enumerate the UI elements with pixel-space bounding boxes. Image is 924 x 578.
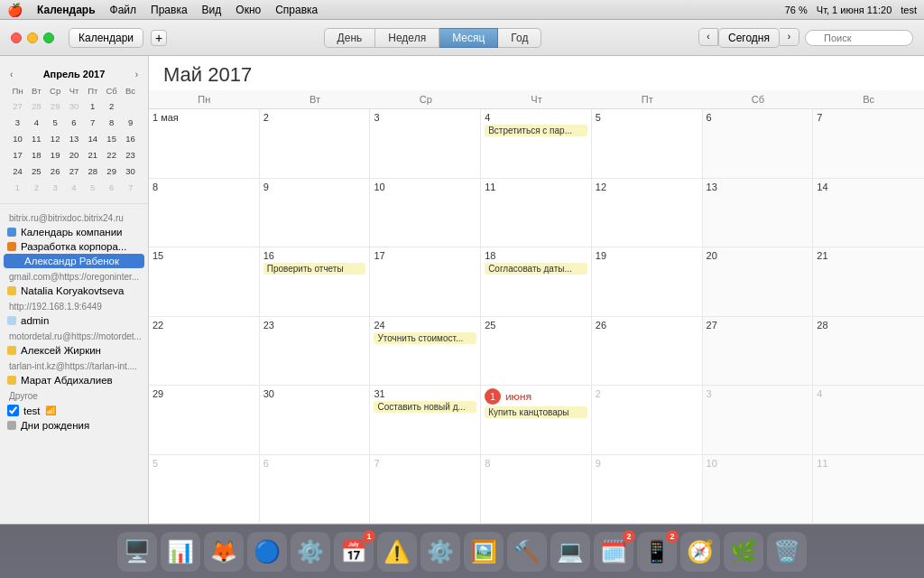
calendar-cell[interactable]: 23 <box>260 317 371 386</box>
calendar-cell[interactable]: 1 мая <box>149 109 260 178</box>
day-view-button[interactable]: День <box>324 28 376 48</box>
calendar-cell[interactable]: 9 <box>592 455 703 524</box>
sidebar-item[interactable]: Календарь компании <box>0 225 148 239</box>
month-view-button[interactable]: Месяц <box>439 28 498 48</box>
sidebar-item[interactable]: Natalia Koryakovtseva <box>0 284 148 298</box>
dock-console[interactable]: ⚠️ <box>377 532 417 572</box>
calendar-cell[interactable]: 5 <box>149 455 260 524</box>
calendar-cell[interactable]: 11 <box>481 179 592 247</box>
calendar-cell[interactable]: 16Проверить отчеты <box>260 247 371 316</box>
calendar-cell[interactable]: 4Встретиться с пар... <box>481 109 592 178</box>
calendar-event[interactable]: Уточнить стоимост... <box>374 332 476 344</box>
calendar-cell[interactable]: 29 <box>149 386 260 454</box>
week-view-button[interactable]: Неделя <box>375 28 439 48</box>
calendar-cell[interactable]: 31Составить новый д... <box>370 386 481 454</box>
calendar-cell[interactable]: 5 <box>592 109 703 178</box>
fullscreen-button[interactable] <box>43 33 54 43</box>
calendars-button[interactable]: Календари <box>69 28 143 48</box>
calendar-cell[interactable]: 22 <box>149 317 260 386</box>
mini-next-button[interactable]: › <box>133 70 141 79</box>
menu-file[interactable]: Файл <box>110 4 137 16</box>
calendar-event[interactable]: Согласовать даты... <box>485 263 587 275</box>
calendar-cell[interactable]: 13 <box>703 179 814 247</box>
dock-chrome[interactable]: 🔵 <box>247 532 287 572</box>
calendar-cell[interactable]: 7 <box>370 455 481 524</box>
sidebar-item[interactable]: Марат Абдихалиев <box>0 373 148 387</box>
dock-settings[interactable]: ⚙️ <box>291 532 330 572</box>
calendar-cell[interactable]: 7 <box>813 109 924 178</box>
dock-system-prefs[interactable]: ⚙️ <box>420 532 460 572</box>
dock-xcode[interactable]: 🔨 <box>507 532 547 572</box>
menu-window[interactable]: Окно <box>236 4 261 16</box>
dock-finder[interactable]: 🖥️ <box>117 532 157 572</box>
minimize-button[interactable] <box>27 33 38 43</box>
calendar-cell[interactable]: 3 <box>703 386 814 454</box>
calendar-cell[interactable]: 27 <box>703 317 814 386</box>
sidebar-item[interactable]: Разработка корпора... <box>0 239 148 254</box>
dock-calendar[interactable]: 📅1 <box>334 532 374 572</box>
calendar-cell[interactable]: 26 <box>592 317 703 386</box>
dock-firefox[interactable]: 🦊 <box>204 532 244 572</box>
day-number: 7 <box>817 112 920 123</box>
next-month-button[interactable]: › <box>780 28 799 46</box>
calendar-cell[interactable]: 2 <box>260 109 371 178</box>
calendar-cell[interactable]: 9 <box>260 179 371 247</box>
calendar-cell[interactable]: 1ИЮНЯКупить канцтовары <box>481 386 592 454</box>
today-button[interactable]: Сегодня <box>718 28 780 48</box>
calendar-event[interactable]: Купить канцтовары <box>485 406 587 418</box>
calendar-cell[interactable]: 30 <box>260 386 371 454</box>
calendar-event[interactable]: Составить новый д... <box>374 401 476 413</box>
calendar-cell[interactable]: 14 <box>813 179 924 247</box>
dock-terminal[interactable]: 💻 <box>550 532 590 572</box>
calendar-cell[interactable]: 8 <box>481 455 592 524</box>
apple-menu[interactable]: 🍎 <box>7 3 23 17</box>
sidebar-item[interactable]: Александр Рабенок <box>4 254 144 268</box>
calendar-event[interactable]: Встретиться с пар... <box>485 125 587 136</box>
toolbar: Календари + День Неделя Месяц Год ‹ Сего… <box>0 20 924 56</box>
calendar-cell[interactable]: 19 <box>592 247 703 316</box>
dock-cal2[interactable]: 🗓️2 <box>594 532 633 572</box>
dock-appstore[interactable]: 📱2 <box>637 532 677 572</box>
calendar-cell[interactable]: 10 <box>370 179 481 247</box>
menu-edit[interactable]: Правка <box>151 4 188 16</box>
menu-help[interactable]: Справка <box>275 4 318 16</box>
calendar-cell[interactable]: 3 <box>370 109 481 178</box>
sidebar-item[interactable]: Дни рождения <box>0 418 148 433</box>
dock-photos[interactable]: 🖼️ <box>464 532 504 572</box>
calendar-cell[interactable]: 24Уточнить стоимост... <box>370 317 481 386</box>
prev-month-button[interactable]: ‹ <box>698 28 718 46</box>
calendar-cell[interactable]: 17 <box>370 247 481 316</box>
close-button[interactable] <box>11 33 22 43</box>
day-number: 18 <box>485 250 587 261</box>
year-view-button[interactable]: Год <box>498 28 541 48</box>
dock-activity-monitor[interactable]: 📊 <box>161 532 200 572</box>
sidebar-item[interactable]: admin <box>0 313 148 328</box>
dock-safari[interactable]: 🧭 <box>680 532 720 572</box>
app-name[interactable]: Календарь <box>37 4 96 16</box>
dock-trash[interactable]: 🗑️ <box>767 532 807 572</box>
calendar-checkbox[interactable] <box>7 405 19 416</box>
calendar-cell[interactable]: 20 <box>703 247 814 316</box>
datetime-display: Чт, 1 июня 11:20 <box>817 5 892 15</box>
search-input[interactable] <box>805 30 913 46</box>
calendar-cell[interactable]: 6 <box>703 109 814 178</box>
calendar-cell[interactable]: 21 <box>813 247 924 316</box>
calendar-cell[interactable]: 6 <box>260 455 371 524</box>
calendar-cell[interactable]: 18Согласовать даты... <box>481 247 592 316</box>
sidebar-item[interactable]: Алексей Жиркин <box>0 343 148 358</box>
calendar-cell[interactable]: 25 <box>481 317 592 386</box>
calendar-cell[interactable]: 15 <box>149 247 260 316</box>
calendar-cell[interactable]: 10 <box>703 455 814 524</box>
calendar-cell[interactable]: 28 <box>813 317 924 386</box>
calendar-event[interactable]: Проверить отчеты <box>263 263 366 275</box>
menu-view[interactable]: Вид <box>202 4 222 16</box>
calendar-cell[interactable]: 4 <box>813 386 924 454</box>
mini-prev-button[interactable]: ‹ <box>7 70 15 79</box>
add-calendar-button[interactable]: + <box>151 30 167 46</box>
dock-vine[interactable]: 🌿 <box>724 532 763 572</box>
calendar-cell[interactable]: 11 <box>813 455 924 524</box>
calendar-cell[interactable]: 2 <box>592 386 703 454</box>
calendar-cell[interactable]: 12 <box>592 179 703 247</box>
sidebar-item[interactable]: test 📶 <box>0 403 148 418</box>
calendar-cell[interactable]: 8 <box>149 179 260 247</box>
